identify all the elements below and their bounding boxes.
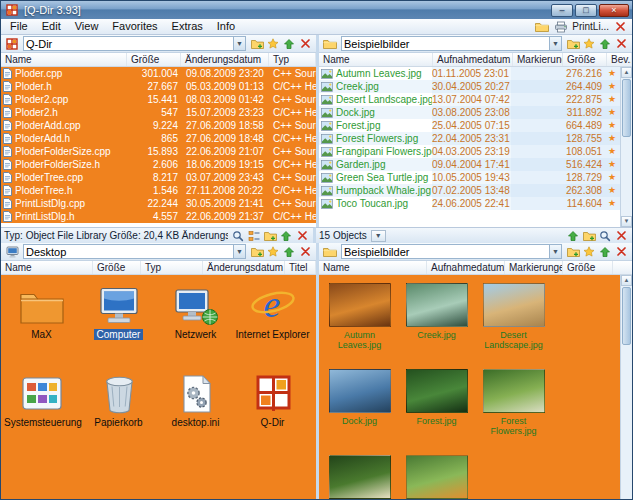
star-icon[interactable] [581, 245, 597, 259]
folder-plus-icon[interactable] [581, 229, 597, 243]
column-header-nderungsdatum[interactable]: Änderungsdatum [181, 53, 269, 66]
objects-dropdown-icon[interactable]: ▼ [371, 230, 386, 242]
address-dropdown-icon[interactable]: ▼ [233, 245, 245, 258]
scroll-down-icon[interactable]: ▼ [621, 216, 632, 227]
file-row-Ploder.cpp[interactable]: Ploder.cpp301.00409.08.2009 23:20C++ Sou… [1, 67, 316, 80]
address-dropdown-icon[interactable]: ▼ [549, 37, 561, 50]
file-row-Green Sea Turtle.jpg[interactable]: Green Sea Turtle.jpg10.05.2005 19:43128.… [319, 171, 620, 184]
scroll-thumb[interactable] [622, 287, 631, 345]
desktop-item-netzwerk[interactable]: Netzwerk [157, 279, 234, 367]
column-header-name[interactable]: Name [319, 261, 427, 274]
file-row-PrintListDlg.h[interactable]: PrintListDlg.h4.55722.06.2009 21:37C/C++… [1, 210, 316, 223]
file-row-Forest.jpg[interactable]: Forest.jpg25.04.2005 07:15664.489★ [319, 119, 620, 132]
scroll-thumb[interactable] [622, 79, 631, 137]
minimize-button[interactable]: – [551, 4, 573, 17]
column-header-aufnahmedatum[interactable]: Aufnahmedatum [433, 53, 513, 66]
file-row-PloderAdd.cpp[interactable]: PloderAdd.cpp9.22427.06.2009 18:58C++ So… [1, 119, 316, 132]
thumbnail-item-autumn-leaves-jpg[interactable]: Autumn Leaves.jpg [321, 283, 398, 369]
thumbnail-item-desert-landscape-jpg[interactable]: Desert Landscape.jpg [475, 283, 552, 369]
address-field-bottom-right[interactable]: Beispielbilder ▼ [341, 244, 562, 259]
close-button[interactable]: × [599, 4, 629, 17]
column-header-gr-e[interactable]: Größe [563, 53, 607, 66]
menu-info[interactable]: Info [210, 19, 242, 34]
up-arrow-icon[interactable] [278, 229, 294, 243]
close-icon[interactable] [613, 229, 629, 243]
column-header-typ[interactable]: Typ [269, 53, 316, 66]
thumbnail-item-frangipani-flowers-jpg[interactable]: Frangipani Flowers.jpg [321, 455, 398, 500]
column-header-markierungen[interactable]: Markierungen [513, 53, 563, 66]
desktop-item-desktop-ini[interactable]: desktop.ini [157, 367, 234, 455]
star-icon[interactable] [581, 37, 597, 51]
column-header-name[interactable]: Name [1, 261, 93, 274]
magnifier-icon[interactable] [597, 229, 613, 243]
thumbnail-item-forest-flowers-jpg[interactable]: Forest Flowers.jpg [475, 369, 552, 455]
up-arrow-icon[interactable] [597, 245, 613, 259]
menu-file[interactable]: File [3, 19, 35, 34]
close-icon[interactable] [613, 37, 629, 51]
column-header-aufnahmedatum[interactable]: Aufnahmedatum [427, 261, 505, 274]
column-header-name[interactable]: Name [1, 53, 127, 66]
scroll-up-icon[interactable]: ▲ [621, 67, 632, 78]
address-dropdown-icon[interactable]: ▼ [549, 245, 561, 258]
menu-edit[interactable]: Edit [35, 19, 68, 34]
file-row-Ploder2.h[interactable]: Ploder2.h54715.07.2009 23:23C/C++ Header [1, 106, 316, 119]
desktop-item-internet-explorer[interactable]: eInternet Explorer [234, 279, 311, 367]
desktop-item-papierkorb[interactable]: Papierkorb [80, 367, 157, 455]
column-header-gr-e[interactable]: Größe [93, 261, 141, 274]
tree-icon[interactable] [246, 229, 262, 243]
column-header-nderungsdatum[interactable]: Änderungsdatum [203, 261, 285, 274]
file-row-Dock.jpg[interactable]: Dock.jpg03.08.2005 23:08311.892★ [319, 106, 620, 119]
file-row-PloderAdd.h[interactable]: PloderAdd.h86527.06.2009 18:48C/C++ Head… [1, 132, 316, 145]
column-header-gr-e[interactable]: Größe [127, 53, 181, 66]
menu-view[interactable]: View [68, 19, 106, 34]
thumbnail-item-forest-jpg[interactable]: Forest.jpg [398, 369, 475, 455]
up-arrow-icon[interactable] [281, 245, 297, 259]
column-header-bev[interactable]: Bev... [607, 53, 632, 66]
magnifier-icon[interactable] [230, 229, 246, 243]
desktop-item-computer[interactable]: Computer [80, 279, 157, 367]
favorites-folder-icon[interactable] [534, 20, 550, 34]
up-arrow-icon[interactable] [281, 37, 297, 51]
file-row-Ploder2.cpp[interactable]: Ploder2.cpp15.44108.03.2009 01:42C++ Sou… [1, 93, 316, 106]
file-row-PloderFolderSize.cpp[interactable]: PloderFolderSize.cpp15.89322.06.2009 21:… [1, 145, 316, 158]
close-icon[interactable] [613, 245, 629, 259]
column-header-name[interactable]: Name [319, 53, 433, 66]
desktop-item-max[interactable]: MaX [3, 279, 80, 367]
folder-plus-icon[interactable] [249, 37, 265, 51]
file-row-Toco Toucan.jpg[interactable]: Toco Toucan.jpg24.06.2005 22:41114.604★ [319, 197, 620, 210]
file-row-Autumn Leaves.jpg[interactable]: Autumn Leaves.jpg01.11.2005 23:01276.216… [319, 67, 620, 80]
title-bar[interactable]: [Q-Dir 3.93] – □ × [1, 1, 632, 19]
file-row-Ploder.h[interactable]: Ploder.h27.66705.03.2009 01:13C/C++ Head… [1, 80, 316, 93]
thumbnail-item-creek-jpg[interactable]: Creek.jpg [398, 283, 475, 369]
folder-plus-icon[interactable] [565, 37, 581, 51]
file-row-PloderTree.cpp[interactable]: PloderTree.cpp8.21703.07.2009 23:43C++ S… [1, 171, 316, 184]
file-row-Forest Flowers.jpg[interactable]: Forest Flowers.jpg22.04.2005 23:31128.75… [319, 132, 620, 145]
close-red-icon[interactable] [612, 20, 628, 34]
vertical-scrollbar[interactable]: ▲ ▼ [620, 275, 632, 500]
file-row-Garden.jpg[interactable]: Garden.jpg09.04.2004 17:41516.424★ [319, 158, 620, 171]
folder-plus-icon[interactable] [565, 245, 581, 259]
print-list-button[interactable]: PrintLi... [572, 21, 609, 32]
vertical-scrollbar[interactable]: ▲ ▼ [620, 67, 632, 227]
thumbnail-item-garden-jpg[interactable]: Garden.jpg [398, 455, 475, 500]
column-header-titel[interactable]: Titel [285, 261, 316, 274]
close-icon[interactable] [297, 37, 313, 51]
star-icon[interactable] [265, 37, 281, 51]
file-row-PloderTree.h[interactable]: PloderTree.h1.54627.11.2008 20:22C/C++ H… [1, 184, 316, 197]
desktop-item-systemsteuerung[interactable]: Systemsteuerung [3, 367, 80, 455]
file-row-Desert Landscape.jpg[interactable]: Desert Landscape.jpg13.07.2004 07:42222.… [319, 93, 620, 106]
column-header-markierungen[interactable]: Markierungen [505, 261, 563, 274]
up-arrow-icon[interactable] [565, 229, 581, 243]
file-row-Creek.jpg[interactable]: Creek.jpg30.04.2005 20:27264.409★ [319, 80, 620, 93]
folder-plus-icon[interactable] [249, 245, 265, 259]
printer-icon[interactable] [553, 20, 569, 34]
address-dropdown-icon[interactable]: ▼ [233, 37, 245, 50]
menu-extras[interactable]: Extras [165, 19, 210, 34]
address-field-top-left[interactable]: Q-Dir ▼ [23, 36, 246, 51]
star-icon[interactable] [265, 245, 281, 259]
address-field-top-right[interactable]: Beispielbilder ▼ [341, 36, 562, 51]
desktop-item-q-dir[interactable]: Q-Dir [234, 367, 311, 455]
file-row-Humpback Whale.jpg[interactable]: Humpback Whale.jpg07.02.2005 13:48262.30… [319, 184, 620, 197]
scroll-up-icon[interactable]: ▲ [621, 275, 632, 286]
thumbnail-item-dock-jpg[interactable]: Dock.jpg [321, 369, 398, 455]
